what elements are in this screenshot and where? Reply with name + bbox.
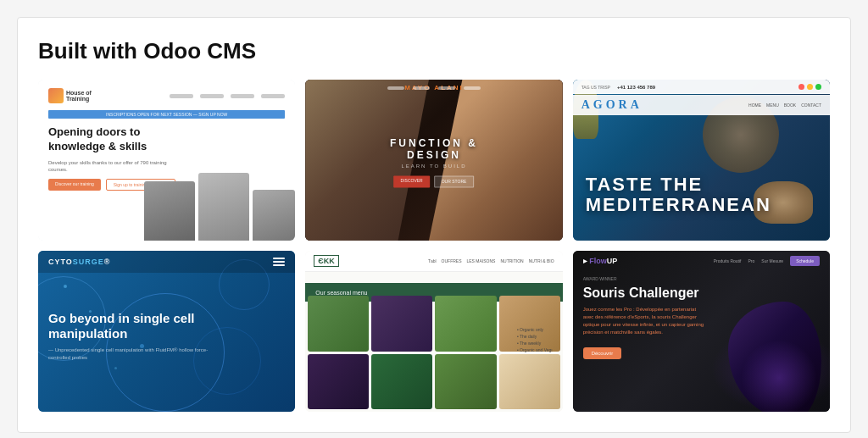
nav-items: Таbl OUFFRES LES MAISONS NUTRITION NUTRI… [428, 258, 554, 263]
nav-link: MENU [766, 103, 779, 108]
list-item: • Organic only [517, 327, 553, 332]
flowup-logo: ▸ FlowUP [583, 257, 618, 265]
nav-item: Pro [748, 258, 755, 263]
mouse-glow [741, 340, 817, 412]
primary-btn[interactable]: Discover our training [48, 179, 101, 191]
nav-item: Sur Mesure [761, 258, 783, 263]
food-cell-bowl [435, 354, 496, 410]
hero-content: AWARD WINNER Souris Challenger Jouez com… [583, 276, 704, 359]
product-name: Souris Challenger [583, 286, 704, 301]
announcement-bar: INSCRIPTIONS OPEN FOR NEXT SESSION — SIG… [48, 110, 285, 119]
nav-item [261, 94, 285, 98]
fn-btn-primary[interactable]: DISCOVER [394, 175, 430, 187]
ham-line [273, 261, 285, 263]
card-subtext: Develop your skills thanks to our offer … [48, 159, 167, 174]
nav-item: OUFFRES [442, 258, 462, 263]
hero-text: TASTE THE MEDITERRANEAN [586, 175, 830, 215]
nav-items [170, 94, 285, 98]
nav-item [231, 94, 254, 98]
top-tag: TAG US TRISP [581, 85, 610, 90]
list-item: • The daily [517, 334, 553, 339]
learn-btn[interactable]: Découvrir [583, 347, 622, 359]
fn-sub: LEARN TO BUILD [370, 164, 498, 169]
mouse-body [711, 285, 821, 412]
list-section: • Organic only • The daily • The weekly … [517, 327, 553, 352]
nav-dot [413, 86, 430, 90]
image-2 [198, 173, 249, 241]
nav-item: NUTRI & BIO [529, 258, 554, 263]
card-mayo-alani[interactable]: MAYO ALANI FUNCTION & DESIGN LEARN TO BU… [305, 80, 562, 241]
fn-btn-secondary[interactable]: OUR STORE [434, 175, 475, 187]
top-bar: TAG US TRISP +41 123 456 789 [573, 80, 830, 94]
desc-line1: Jouez comme les Pro : Développée en part… [583, 307, 696, 312]
fn-title: FUNCTION & DESIGN [370, 137, 498, 161]
ekk-logo: ЄΚΚ [314, 255, 338, 267]
card-inner: CYTOSURGE® Go beyond in single cell mani… [38, 251, 295, 412]
phone-number: +41 123 456 789 [617, 85, 655, 90]
card-ekk-food[interactable]: ЄΚΚ Таbl OUFFRES LES MAISONS NUTRITION N… [305, 251, 562, 412]
list-item: • Organic and Vegı [517, 347, 553, 352]
cytosurge-logo: CYTOSURGE® [48, 258, 111, 266]
cell-dot [114, 367, 117, 369]
nav-link: CONTACT [801, 103, 821, 108]
nav-item [200, 94, 224, 98]
ham-line [273, 258, 285, 259]
website-grid: House ofTraining INSCRIPTIONS OPEN FOR N… [38, 80, 830, 412]
beyond-subtitle: — Unprecedented single cell manipulation… [48, 347, 209, 362]
ham-line [273, 264, 285, 266]
card-inner: ▸ FlowUP Produits Routif Pro Sur Mesure … [573, 251, 830, 412]
nav-dot [438, 86, 455, 90]
beyond-title: Go beyond in single cell manipulation [48, 311, 218, 341]
card-inner: House ofTraining INSCRIPTIONS OPEN FOR N… [38, 80, 295, 241]
nav-dot [464, 86, 481, 90]
nav-link: HOME [748, 103, 761, 108]
hero-content: Go beyond in single cell manipulation — … [48, 311, 218, 362]
card-house-of-training[interactable]: House ofTraining INSCRIPTIONS OPEN FOR N… [38, 80, 295, 241]
nav-link: BOOK [784, 103, 796, 108]
site-name: House ofTraining [66, 90, 92, 102]
mouse-visual [704, 268, 830, 412]
award-tag: AWARD WINNER [583, 276, 704, 281]
product-desc: Jouez comme les Pro : Développée en part… [583, 306, 704, 336]
minimize-dot [807, 84, 813, 90]
card-header: House ofTraining [48, 88, 285, 103]
food-cell-light [499, 354, 560, 410]
center-text: FUNCTION & DESIGN LEARN TO BUILD DISCOVE… [370, 137, 498, 187]
window-controls [798, 84, 821, 90]
desc-line3: optique pour une vitesse infinie, et un … [583, 322, 704, 327]
desc-line4: précision et matchville sans égales. [583, 330, 663, 335]
tagline: TASTE THE MEDITERRANEAN [586, 175, 830, 215]
food-grid [305, 293, 562, 412]
logo-square [48, 88, 64, 103]
card-inner: TAG US TRISP +41 123 456 789 AGORA HOME … [573, 80, 830, 241]
fn-btn: DISCOVER OUR STORE [370, 175, 498, 187]
nav-dot [387, 86, 404, 90]
main-container: Built with Odoo CMS House ofTraining [17, 17, 851, 433]
food-cell-salad [435, 296, 496, 352]
image-1 [144, 181, 195, 241]
nav-items: Produits Routif Pro Sur Mesure [714, 258, 783, 263]
card-heading: Opening doors to knowledge & skills [48, 125, 179, 154]
card-flowup[interactable]: ▸ FlowUP Produits Routif Pro Sur Mesure … [573, 251, 830, 412]
schedule-btn[interactable]: Schedule [790, 256, 820, 266]
nav-item: Produits Routif [714, 258, 742, 263]
nav-item: LES MAISONS [467, 258, 496, 263]
logo-block: House ofTraining [48, 88, 92, 103]
card-cytosurge[interactable]: CYTOSURGE® Go beyond in single cell mani… [38, 251, 295, 412]
agora-logo: AGORA [581, 98, 643, 112]
nav-item: Таbl [428, 258, 437, 263]
image-3 [253, 190, 295, 241]
food-cell-dark-berry [308, 354, 369, 410]
card-agora[interactable]: TAG US TRISP +41 123 456 789 AGORA HOME … [573, 80, 830, 241]
list-item: • The weekly [517, 341, 553, 346]
hamburger-menu[interactable] [273, 258, 285, 266]
card-inner: MAYO ALANI FUNCTION & DESIGN LEARN TO BU… [305, 80, 562, 241]
top-nav: CYTOSURGE® [38, 251, 295, 273]
top-nav: ЄΚΚ Таbl OUFFRES LES MAISONS NUTRITION N… [305, 251, 562, 272]
food-cell-herb [308, 296, 369, 352]
food-cell-green2 [371, 354, 432, 410]
page-title: Built with Odoo CMS [38, 38, 830, 64]
maximize-dot [815, 84, 821, 90]
top-nav [387, 86, 481, 90]
card-inner: ЄΚΚ Таbl OUFFRES LES MAISONS NUTRITION N… [305, 251, 562, 412]
